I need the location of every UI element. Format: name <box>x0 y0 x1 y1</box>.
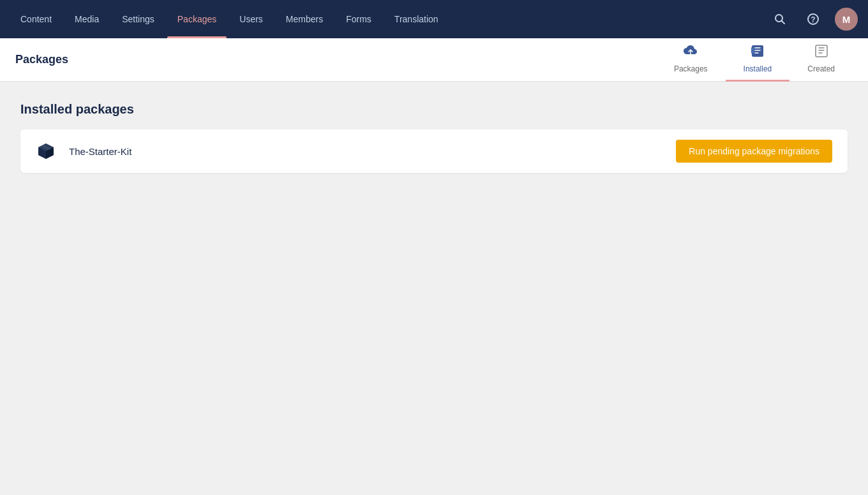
created-icon <box>813 44 830 62</box>
package-icon <box>36 141 56 161</box>
main-content: Installed packages The-Starter-Kit Run p… <box>0 82 868 495</box>
top-navigation: Content Media Settings Packages Users Me… <box>0 0 868 38</box>
nav-item-translation[interactable]: Translation <box>384 0 449 38</box>
installed-icon <box>749 44 766 62</box>
tab-installed[interactable]: Installed <box>726 38 790 82</box>
run-migrations-button[interactable]: Run pending package migrations <box>676 140 832 163</box>
package-name: The-Starter-Kit <box>69 146 663 157</box>
tab-created[interactable]: Created <box>789 38 853 82</box>
nav-right: ? M <box>768 8 858 31</box>
tab-bar: Packages Installed Created <box>656 38 853 82</box>
user-avatar[interactable]: M <box>835 8 858 31</box>
search-icon <box>774 13 786 26</box>
nav-item-settings[interactable]: Settings <box>112 0 165 38</box>
tab-packages-label: Packages <box>674 64 708 73</box>
nav-item-forms[interactable]: Forms <box>336 0 382 38</box>
svg-line-1 <box>782 21 785 24</box>
nav-items: Content Media Settings Packages Users Me… <box>10 0 768 38</box>
svg-text:?: ? <box>811 15 815 24</box>
nav-item-users[interactable]: Users <box>229 0 273 38</box>
tab-installed-label: Installed <box>744 64 772 73</box>
search-button[interactable] <box>768 8 791 31</box>
nav-item-media[interactable]: Media <box>64 0 109 38</box>
package-card: The-Starter-Kit Run pending package migr… <box>20 129 848 173</box>
sub-header: Packages Packages Installed <box>0 38 868 82</box>
help-icon: ? <box>807 13 819 26</box>
nav-item-content[interactable]: Content <box>10 0 62 38</box>
nav-item-packages[interactable]: Packages <box>167 0 227 38</box>
tab-created-label: Created <box>807 64 835 73</box>
section-title: Installed packages <box>20 102 848 117</box>
help-button[interactable]: ? <box>802 8 825 31</box>
svg-rect-5 <box>751 47 754 54</box>
nav-item-members[interactable]: Members <box>276 0 333 38</box>
tab-packages[interactable]: Packages <box>656 38 726 82</box>
page-title: Packages <box>15 53 68 66</box>
svg-rect-6 <box>816 45 827 57</box>
cloud-upload-icon <box>682 44 699 62</box>
